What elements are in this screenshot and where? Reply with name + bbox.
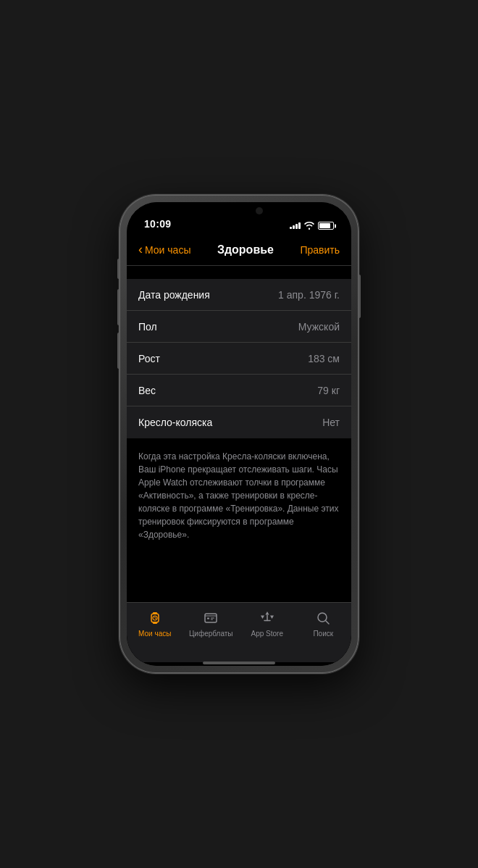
table-row[interactable]: Кресло-коляска Нет [127, 406, 351, 438]
table-row[interactable]: Рост 183 см [127, 343, 351, 375]
svg-rect-8 [207, 618, 209, 619]
tab-bar: Мои часы Циферблаты [127, 602, 351, 662]
back-button[interactable]: ‹ Мои часы [138, 243, 190, 256]
tab-search-label: Поиск [313, 630, 333, 638]
wheelchair-label: Кресло-коляска [138, 417, 212, 428]
height-label: Рост [138, 353, 160, 364]
status-bar: 10:09 [127, 202, 351, 234]
svg-point-11 [318, 613, 327, 622]
status-icons [290, 222, 334, 230]
tab-my-watch-label: Мои часы [138, 630, 171, 638]
health-section: Дата рождения 1 апр. 1976 г. Пол Мужской… [127, 279, 351, 550]
svg-rect-1 [153, 612, 157, 614]
battery-icon [318, 222, 334, 230]
description-block: Когда эта настройка Кресла-коляски включ… [127, 441, 351, 550]
search-icon [314, 609, 332, 627]
svg-rect-9 [211, 618, 214, 619]
content-area: Дата рождения 1 апр. 1976 г. Пол Мужской… [127, 266, 351, 602]
gender-value: Мужской [298, 321, 340, 333]
weight-value: 79 кг [317, 385, 340, 396]
height-value: 183 см [308, 353, 340, 364]
description-text: Когда эта настройка Кресла-коляски включ… [138, 450, 340, 541]
status-time: 10:09 [144, 218, 171, 230]
tab-faces-label: Циферблаты [189, 630, 233, 638]
table-row[interactable]: Вес 79 кг [127, 375, 351, 406]
svg-rect-10 [211, 619, 213, 620]
table-row[interactable]: Пол Мужской [127, 311, 351, 343]
birth-date-label: Дата рождения [138, 289, 210, 301]
appstore-icon [258, 609, 277, 627]
signal-icon [290, 222, 301, 229]
wheelchair-value: Нет [322, 417, 340, 428]
my-watch-icon [146, 609, 164, 627]
faces-icon [201, 609, 220, 627]
home-indicator [127, 662, 351, 666]
table-row[interactable]: Дата рождения 1 апр. 1976 г. [127, 279, 351, 311]
svg-rect-2 [153, 622, 157, 624]
tab-app-store[interactable]: App Store [239, 609, 295, 638]
edit-button[interactable]: Править [300, 244, 340, 256]
tab-app-store-label: App Store [251, 630, 283, 638]
tab-search[interactable]: Поиск [295, 609, 352, 638]
wifi-icon [304, 222, 314, 230]
weight-label: Вес [138, 385, 156, 396]
svg-line-5 [155, 618, 156, 619]
svg-line-12 [326, 621, 329, 624]
health-table: Дата рождения 1 апр. 1976 г. Пол Мужской… [127, 279, 351, 438]
tab-faces[interactable]: Циферблаты [183, 609, 240, 638]
chevron-left-icon: ‹ [138, 243, 143, 256]
back-label: Мои часы [145, 244, 190, 256]
birth-date-value: 1 апр. 1976 г. [278, 289, 340, 301]
tab-my-watch[interactable]: Мои часы [127, 609, 183, 638]
page-title: Здоровье [217, 243, 274, 256]
gender-label: Пол [138, 321, 157, 333]
nav-bar: ‹ Мои часы Здоровье Править [127, 234, 351, 266]
